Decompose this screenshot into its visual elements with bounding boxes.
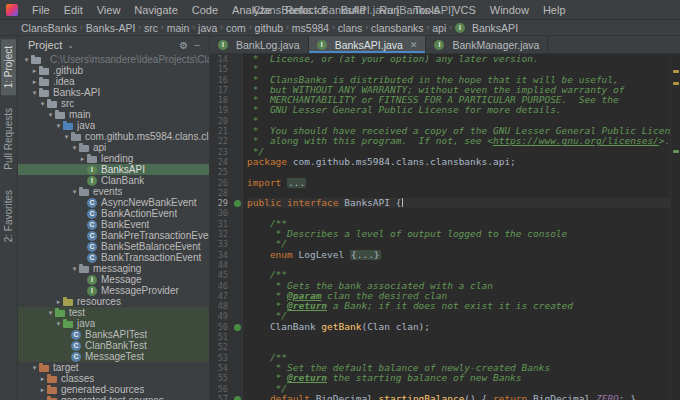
- tool-window-button-pull-requests[interactable]: Pull Requests: [1, 101, 16, 177]
- tree-item-generated-sources[interactable]: ▸generated-sources: [18, 384, 209, 395]
- tree-item-target[interactable]: ▾target: [18, 362, 209, 373]
- tool-window-button-1-project[interactable]: 1: Project: [1, 39, 16, 95]
- code-line-52[interactable]: 52: [210, 342, 670, 352]
- chevron-down-icon[interactable]: ⌄: [67, 41, 74, 50]
- code-line-50[interactable]: 50 ClanBank getBank(Clan clan);: [210, 322, 670, 332]
- tree-item-messaging[interactable]: ▾messaging: [18, 263, 209, 274]
- chevron-right-icon[interactable]: ▸: [78, 155, 87, 163]
- menu-refactor[interactable]: Refactor: [278, 3, 334, 17]
- chevron-down-icon[interactable]: ▾: [54, 122, 63, 130]
- tree-item-bankactionevent[interactable]: CBankActionEvent: [18, 208, 209, 219]
- tree-item-src[interactable]: ▾src: [18, 98, 209, 109]
- code-line-49[interactable]: 49 */: [210, 311, 670, 321]
- chevron-down-icon[interactable]: ▾: [46, 309, 55, 317]
- code-line-30[interactable]: 30: [210, 208, 670, 218]
- code-line-25[interactable]: 25: [210, 167, 670, 177]
- chevron-down-icon[interactable]: ▾: [38, 100, 47, 108]
- tree-item-banksapitest[interactable]: CBanksAPITest: [18, 329, 209, 340]
- breadcrumb-item-clansbanks[interactable]: ClansBanks: [20, 22, 78, 34]
- code-line-31[interactable]: 31 /**: [210, 219, 670, 229]
- menu-navigate[interactable]: Navigate: [127, 3, 184, 17]
- tree-item-github[interactable]: ▸.github: [18, 65, 209, 76]
- tree-item-com-github-ms5984-clans-clansbanks[interactable]: ▾com.github.ms5984.clans.clansbanks: [18, 131, 209, 142]
- breadcrumb-item-github[interactable]: github: [254, 22, 285, 34]
- tree-item-main[interactable]: ▾main: [18, 109, 209, 120]
- code-line-26[interactable]: 26import ...: [210, 178, 670, 188]
- code-line-48[interactable]: 48 * @return a Bank; if it does not exis…: [210, 301, 670, 311]
- tree-item-idea[interactable]: ▸.idea: [18, 76, 209, 87]
- tree-item-messageprovider[interactable]: IMessageProvider: [18, 285, 209, 296]
- menu-vcs[interactable]: VCS: [446, 3, 483, 17]
- close-tab-icon[interactable]: ✕: [410, 40, 418, 50]
- code-line-20[interactable]: 20 *: [210, 116, 670, 126]
- chevron-down-icon[interactable]: ▾: [46, 111, 55, 119]
- menu-file[interactable]: File: [25, 3, 57, 17]
- tree-item-clansbanks[interactable]: ▾ClansBanksC:\Users\msandere\IdeaProject…: [18, 54, 209, 65]
- editor-tab-bankmanager-java[interactable]: IBankManager.java: [426, 36, 548, 53]
- chevron-right-icon[interactable]: ▸: [38, 386, 47, 394]
- code-line-14[interactable]: 14 * License, or (at your option) any la…: [210, 54, 670, 64]
- breadcrumb-item-ms5984[interactable]: ms5984: [291, 22, 330, 34]
- code-line-29[interactable]: 29public interface BanksAPI {: [210, 198, 670, 208]
- chevron-down-icon[interactable]: ▾: [70, 188, 79, 196]
- menu-run[interactable]: Run: [372, 3, 406, 17]
- implemented-marker-icon[interactable]: [234, 324, 241, 331]
- code-line-45[interactable]: 45 /**: [210, 270, 670, 280]
- chevron-right-icon[interactable]: ▸: [30, 78, 39, 86]
- menu-analyze[interactable]: Analyze: [225, 3, 278, 17]
- tree-item-java[interactable]: ▾java: [18, 120, 209, 131]
- tree-item-banks-api[interactable]: ▾Banks-API: [18, 87, 209, 98]
- tree-item-events[interactable]: ▾events: [18, 186, 209, 197]
- chevron-down-icon[interactable]: ▾: [70, 265, 79, 273]
- code-area[interactable]: 14 * License, or (at your option) any la…: [210, 54, 680, 400]
- tree-item-banksapi[interactable]: IBanksAPI: [18, 164, 209, 175]
- tree-item-resources[interactable]: ▸resources: [18, 296, 209, 307]
- tree-item-banksetbalanceevent[interactable]: CBankSetBalanceEvent: [18, 241, 209, 252]
- chevron-down-icon[interactable]: ▾: [30, 364, 39, 372]
- menu-view[interactable]: View: [90, 3, 128, 17]
- code-line-22[interactable]: 22 * along with this program. If not, se…: [210, 136, 670, 146]
- code-line-32[interactable]: 32 * Describes a level of output logged …: [210, 229, 670, 239]
- code-line-47[interactable]: 47 * @param clan the desired clan: [210, 291, 670, 301]
- editor-tab-banksapi-java[interactable]: IBanksAPI.java✕: [309, 36, 427, 53]
- code-line-15[interactable]: 15 *: [210, 64, 670, 74]
- tree-item-bankevent[interactable]: CBankEvent: [18, 219, 209, 230]
- editor-tab-banklog-java[interactable]: IBankLog.java: [210, 36, 309, 53]
- chevron-right-icon[interactable]: ▸: [30, 67, 39, 75]
- tree-item-clanbank[interactable]: IClanBank: [18, 175, 209, 186]
- tree-item-bankpretransactionevent[interactable]: CBankPreTransactionEvent: [18, 230, 209, 241]
- breadcrumb-item-src[interactable]: src: [143, 22, 159, 34]
- implemented-marker-icon[interactable]: [234, 200, 241, 207]
- tree-item-java[interactable]: ▾java: [18, 318, 209, 329]
- tree-item-generated-test-sources[interactable]: ▸generated-test-sources: [18, 395, 209, 400]
- chevron-down-icon[interactable]: ▾: [54, 320, 63, 328]
- breadcrumb-item-java[interactable]: java: [197, 22, 218, 34]
- editor-scrollbar[interactable]: [670, 54, 680, 400]
- implemented-marker-icon[interactable]: [234, 396, 241, 400]
- breadcrumb-item-clans[interactable]: clans: [337, 22, 364, 34]
- code-line-51[interactable]: 51: [210, 332, 670, 342]
- menu-build[interactable]: Build: [334, 3, 372, 17]
- chevron-down-icon[interactable]: ▾: [30, 89, 39, 97]
- chevron-down-icon[interactable]: ▾: [70, 144, 79, 152]
- code-line-23[interactable]: 23 */: [210, 147, 670, 157]
- hide-panel-icon[interactable]: −: [191, 40, 203, 51]
- tool-window-button-2-favorites[interactable]: 2: Favorites: [1, 183, 16, 249]
- tree-item-message[interactable]: IMessage: [18, 274, 209, 285]
- menu-help[interactable]: Help: [536, 3, 573, 17]
- code-line-28[interactable]: 28: [210, 188, 670, 198]
- code-line-24[interactable]: 24package com.github.ms5984.clans.clansb…: [210, 157, 670, 167]
- breadcrumb-item-com[interactable]: com: [225, 22, 247, 34]
- code-line-34[interactable]: 34 enum LogLevel {...}: [210, 250, 670, 260]
- breadcrumb-item-main[interactable]: main: [166, 22, 191, 34]
- menu-edit[interactable]: Edit: [57, 3, 90, 17]
- code-line-33[interactable]: 33 */: [210, 239, 670, 249]
- code-line-53[interactable]: 53 /**: [210, 353, 670, 363]
- breadcrumb-item-banksapi[interactable]: IBanksAPI: [454, 22, 519, 34]
- code-line-21[interactable]: 21 * You should have received a copy of …: [210, 126, 670, 136]
- code-line-55[interactable]: 55 * @return the starting balance of new…: [210, 373, 670, 383]
- chevron-right-icon[interactable]: ▸: [54, 298, 63, 306]
- chevron-right-icon[interactable]: ▸: [38, 375, 47, 383]
- tree-item-api[interactable]: ▾api: [18, 142, 209, 153]
- code-line-57[interactable]: 57 default BigDecimal startingBalance() …: [210, 394, 670, 400]
